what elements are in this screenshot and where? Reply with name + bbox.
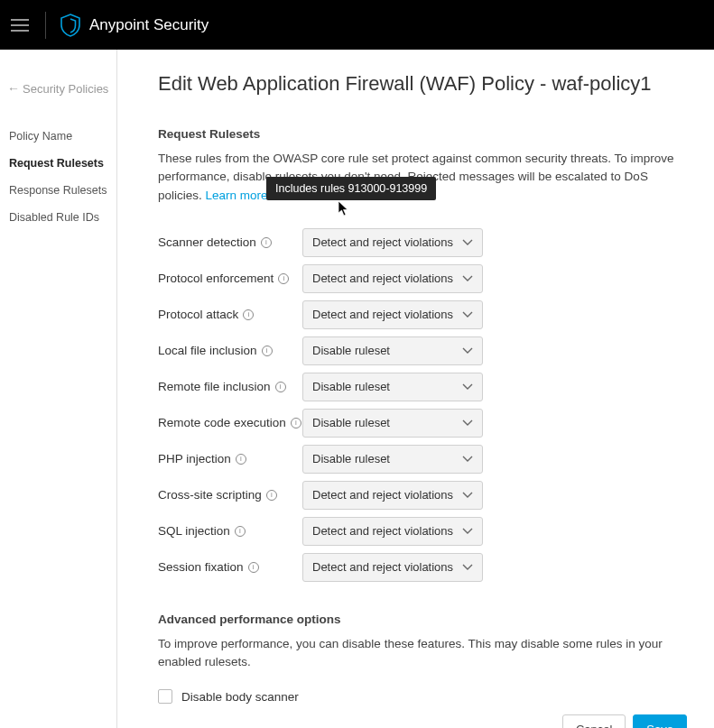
chevron-down-icon (462, 456, 473, 463)
ruleset-label: Local file inclusion (158, 344, 257, 357)
app-title: Anypoint Security (89, 16, 209, 34)
ruleset-row: Protocol attack Detect and reject violat… (158, 297, 687, 333)
info-icon[interactable] (266, 490, 277, 501)
ruleset-select[interactable]: Detect and reject violations (302, 517, 483, 546)
ruleset-select[interactable]: Detect and reject violations (302, 481, 483, 510)
top-bar: Anypoint Security (0, 0, 714, 50)
back-link[interactable]: ← Security Policies (7, 81, 109, 96)
ruleset-label: Protocol attack (158, 308, 238, 321)
ruleset-select[interactable]: Disable ruleset (302, 336, 483, 365)
ruleset-label: Protocol enforcement (158, 272, 274, 285)
ruleset-row: Remote file inclusion Disable ruleset (158, 369, 687, 405)
back-link-label: Security Policies (23, 82, 108, 96)
ruleset-row: Remote code execution Disable ruleset (158, 405, 687, 441)
disable-body-scanner-checkbox[interactable] (158, 689, 172, 704)
ruleset-row: SQL injection Detect and reject violatio… (158, 513, 687, 549)
sidebar-item-request-rulesets[interactable]: Request Rulesets (7, 150, 109, 177)
ruleset-select[interactable]: Disable ruleset (302, 409, 483, 438)
info-icon[interactable] (248, 562, 259, 573)
chevron-down-icon (462, 383, 473, 391)
chevron-down-icon (462, 347, 473, 355)
ruleset-row: Scanner detection Detect and reject viol… (158, 225, 687, 261)
ruleset-select[interactable]: Disable ruleset (302, 445, 483, 474)
info-icon[interactable] (243, 309, 254, 320)
page-title: Edit Web Application Firewall (WAF) Poli… (158, 72, 687, 96)
info-icon[interactable] (261, 237, 272, 248)
ruleset-select[interactable]: Detect and reject violations (302, 228, 483, 257)
menu-icon[interactable] (11, 19, 29, 32)
cancel-button[interactable]: Cancel (562, 714, 626, 728)
chevron-down-icon (462, 564, 473, 571)
ruleset-row: Cross-site scripting Detect and reject v… (158, 477, 687, 513)
main-content: Edit Web Application Firewall (WAF) Poli… (117, 50, 714, 728)
divider (45, 12, 46, 39)
checkbox-label: Disable body scanner (181, 690, 299, 704)
ruleset-select[interactable]: Detect and reject violations (302, 553, 483, 582)
ruleset-label: PHP injection (158, 452, 231, 465)
ruleset-label: Cross-site scripting (158, 488, 262, 502)
arrow-left-icon: ← (7, 81, 20, 96)
section-title: Request Rulesets (158, 127, 687, 141)
ruleset-row: Local file inclusion Disable ruleset (158, 333, 687, 369)
sidebar-item-policy-name[interactable]: Policy Name (7, 123, 109, 150)
chevron-down-icon (462, 528, 473, 535)
ruleset-select[interactable]: Detect and reject violations (302, 300, 483, 329)
footer: Cancel Save (158, 704, 687, 728)
chevron-down-icon (462, 419, 473, 427)
ruleset-select[interactable]: Disable ruleset (302, 373, 483, 401)
sidebar-item-disabled-rule-ids[interactable]: Disabled Rule IDs (7, 204, 109, 231)
learn-more-link[interactable]: Learn more (206, 189, 268, 202)
ruleset-row: Protocol enforcement Detect and reject v… (158, 261, 687, 297)
sidebar-item-response-rulesets[interactable]: Response Rulesets (7, 177, 109, 204)
cursor-icon (338, 200, 350, 217)
ruleset-label: Session fixation (158, 560, 244, 574)
advanced-title: Advanced performance options (158, 613, 687, 626)
ruleset-row: PHP injection Disable ruleset (158, 441, 687, 477)
ruleset-row: Session fixation Detect and reject viola… (158, 549, 687, 585)
ruleset-list: Scanner detection Detect and reject viol… (158, 225, 687, 585)
info-icon[interactable] (236, 454, 246, 465)
ruleset-label: SQL injection (158, 524, 230, 538)
shield-icon (60, 14, 80, 37)
info-icon[interactable] (275, 382, 286, 392)
ruleset-label: Scanner detection (158, 235, 256, 249)
checkbox-row: Disable body scanner (158, 689, 687, 704)
chevron-down-icon (462, 492, 473, 499)
ruleset-label: Remote file inclusion (158, 380, 271, 393)
info-icon[interactable] (262, 346, 273, 356)
ruleset-label: Remote code execution (158, 416, 286, 429)
info-icon[interactable] (291, 418, 301, 429)
advanced-description: To improve performance, you can disable … (158, 635, 687, 672)
chevron-down-icon (462, 239, 473, 246)
ruleset-select[interactable]: Detect and reject violations (302, 264, 483, 293)
info-icon[interactable] (235, 526, 246, 537)
info-icon[interactable] (278, 273, 289, 284)
tooltip: Includes rules 913000-913999 (266, 177, 436, 200)
save-button[interactable]: Save (633, 714, 687, 728)
sidebar: ← Security Policies Policy Name Request … (0, 50, 117, 728)
chevron-down-icon (462, 311, 473, 318)
chevron-down-icon (462, 275, 473, 282)
